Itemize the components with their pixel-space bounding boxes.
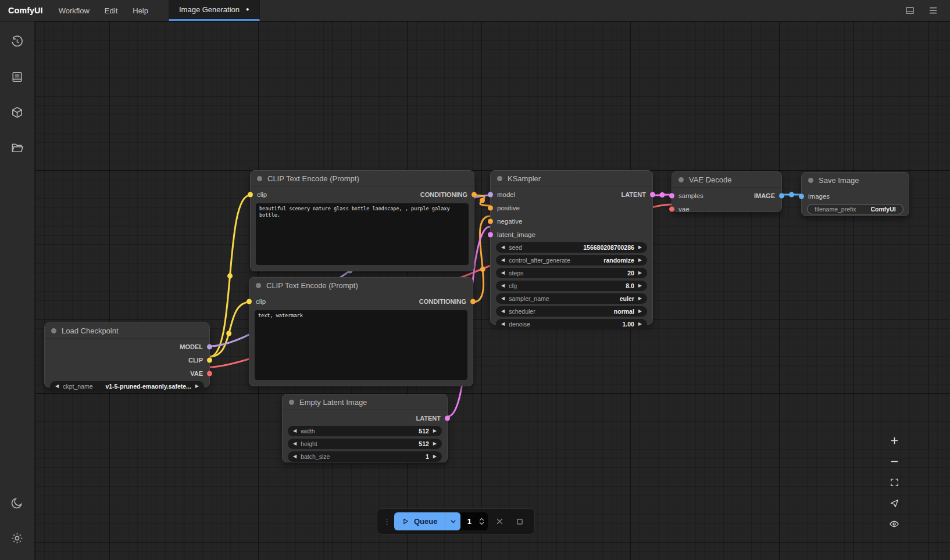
vae-output-port[interactable] xyxy=(207,371,212,376)
latent-output-port[interactable] xyxy=(650,192,655,198)
widget-denoise[interactable]: ◀ denoise 1.00 ▶ xyxy=(496,319,647,329)
image-output-port[interactable] xyxy=(779,193,784,199)
images-input-port[interactable] xyxy=(799,194,804,199)
node-title-bar[interactable]: Empty Latent Image xyxy=(283,394,447,410)
collapse-dot-icon[interactable] xyxy=(678,177,684,182)
node-empty-latent-image[interactable]: Empty Latent Image LATENT ◀ width 512 ▶ … xyxy=(282,394,448,462)
next-value-arrow-icon[interactable]: ▶ xyxy=(433,454,437,459)
latent-image-input-port[interactable] xyxy=(488,232,493,238)
collapse-dot-icon[interactable] xyxy=(51,328,56,333)
positive-input-port[interactable] xyxy=(488,206,493,211)
link-midpoint-dot[interactable] xyxy=(480,267,485,272)
next-value-arrow-icon[interactable]: ▶ xyxy=(638,271,642,275)
node-ksampler[interactable]: KSampler model LATENT positive negative … xyxy=(490,170,653,325)
widget-cfg[interactable]: ◀ cfg 8.0 ▶ xyxy=(496,281,647,291)
theme-toggle-moon-icon[interactable] xyxy=(6,491,29,514)
conditioning-output-port[interactable] xyxy=(470,299,476,304)
collapse-dot-icon[interactable] xyxy=(289,400,294,405)
prev-value-arrow-icon[interactable]: ◀ xyxy=(501,296,505,301)
widget-control-after-generate[interactable]: ◀ control_after_generate randomize ▶ xyxy=(496,255,647,265)
tab-image-generation[interactable]: Image Generation ● xyxy=(169,0,260,21)
negative-input-port[interactable] xyxy=(488,219,493,224)
node-title-bar[interactable]: VAE Decode xyxy=(672,172,781,188)
next-value-arrow-icon[interactable]: ▶ xyxy=(638,258,642,263)
model-output-port[interactable] xyxy=(207,344,212,350)
vae-input-port[interactable] xyxy=(669,207,674,212)
stepper-down-icon[interactable] xyxy=(479,522,484,525)
clip-output-port[interactable] xyxy=(207,358,212,363)
drag-handle-icon[interactable]: ⋮ xyxy=(383,517,390,526)
next-value-arrow-icon[interactable]: ▶ xyxy=(433,429,437,433)
collapse-dot-icon[interactable] xyxy=(256,283,261,288)
widget-seed[interactable]: ◀ seed 156680208700286 ▶ xyxy=(496,242,647,253)
node-load-checkpoint[interactable]: Load Checkpoint MODEL CLIP VAE ◀ ckpt_na… xyxy=(44,322,210,387)
prev-value-arrow-icon[interactable]: ◀ xyxy=(293,454,297,459)
widget-scheduler[interactable]: ◀ scheduler normal ▶ xyxy=(496,306,647,317)
prompt-textarea[interactable]: beautiful scenery nature glass bottle la… xyxy=(256,203,469,265)
prev-value-arrow-icon[interactable]: ◀ xyxy=(501,271,505,275)
collapse-dot-icon[interactable] xyxy=(497,176,502,181)
stepper-up-icon[interactable] xyxy=(479,518,484,521)
prev-value-arrow-icon[interactable]: ◀ xyxy=(501,309,505,314)
batch-count-stepper[interactable]: 1 xyxy=(460,512,488,530)
node-title-bar[interactable]: Load Checkpoint xyxy=(45,323,209,339)
link-midpoint-dot[interactable] xyxy=(789,192,794,198)
node-title-bar[interactable]: KSampler xyxy=(491,171,652,186)
model-input-port[interactable] xyxy=(488,192,493,198)
settings-gear-icon[interactable] xyxy=(6,526,29,550)
link-midpoint-dot[interactable] xyxy=(226,331,231,336)
zoom-out-icon[interactable] xyxy=(887,454,901,468)
prev-value-arrow-icon[interactable]: ◀ xyxy=(501,322,505,326)
model-library-icon[interactable] xyxy=(6,100,29,124)
prompt-textarea[interactable]: text, watermark xyxy=(255,310,467,380)
collapse-dot-icon[interactable] xyxy=(257,176,262,181)
next-value-arrow-icon[interactable]: ▶ xyxy=(638,309,642,314)
bottom-panel-icon[interactable] xyxy=(901,2,919,19)
interrupt-stop-icon[interactable] xyxy=(512,513,528,530)
prev-value-arrow-icon[interactable]: ◀ xyxy=(293,429,297,433)
link-midpoint-dot[interactable] xyxy=(227,274,233,279)
next-value-arrow-icon[interactable]: ▶ xyxy=(638,296,642,301)
prev-value-arrow-icon[interactable]: ◀ xyxy=(55,384,59,389)
node-title-bar[interactable]: CLIP Text Encode (Prompt) xyxy=(249,278,473,293)
hamburger-menu-icon[interactable] xyxy=(924,2,942,19)
prev-value-arrow-icon[interactable]: ◀ xyxy=(501,283,505,288)
clear-queue-icon[interactable] xyxy=(491,513,508,530)
queue-options-dropdown[interactable] xyxy=(445,512,460,530)
node-graph-canvas[interactable]: Load Checkpoint MODEL CLIP VAE ◀ ckpt_na… xyxy=(35,21,950,560)
prev-value-arrow-icon[interactable]: ◀ xyxy=(293,441,297,446)
link-midpoint-dot[interactable] xyxy=(660,192,665,198)
node-clip-text-encode-positive[interactable]: CLIP Text Encode (Prompt) clip CONDITION… xyxy=(250,170,474,271)
workflow-history-icon[interactable] xyxy=(6,30,29,53)
zoom-in-icon[interactable] xyxy=(887,433,901,447)
select-mode-arrow-icon[interactable] xyxy=(887,496,901,510)
node-title-bar[interactable]: CLIP Text Encode (Prompt) xyxy=(251,171,474,186)
widget-sampler-name[interactable]: ◀ sampler_name euler ▶ xyxy=(496,293,647,304)
prev-value-arrow-icon[interactable]: ◀ xyxy=(501,258,505,263)
node-library-icon[interactable] xyxy=(6,65,29,88)
node-clip-text-encode-negative[interactable]: CLIP Text Encode (Prompt) clip CONDITION… xyxy=(249,277,473,386)
widget-steps[interactable]: ◀ steps 20 ▶ xyxy=(496,268,647,278)
next-value-arrow-icon[interactable]: ▶ xyxy=(433,441,437,446)
link-midpoint-dot[interactable] xyxy=(480,198,485,203)
next-value-arrow-icon[interactable]: ▶ xyxy=(638,322,642,326)
node-title-bar[interactable]: Save Image xyxy=(802,173,909,188)
next-value-arrow-icon[interactable]: ▶ xyxy=(195,384,199,389)
workflows-folder-icon[interactable] xyxy=(6,136,29,159)
menu-help[interactable]: Help xyxy=(125,0,156,21)
fit-view-icon[interactable] xyxy=(887,475,901,489)
widget-height[interactable]: ◀ height 512 ▶ xyxy=(288,439,442,449)
samples-input-port[interactable] xyxy=(669,193,674,199)
next-value-arrow-icon[interactable]: ▶ xyxy=(638,283,642,288)
menu-edit[interactable]: Edit xyxy=(97,0,125,21)
collapse-dot-icon[interactable] xyxy=(808,178,813,183)
widget-filename-prefix[interactable]: filename_prefix ComfyUI xyxy=(807,204,903,214)
clip-input-port[interactable] xyxy=(247,299,252,304)
conditioning-output-port[interactable] xyxy=(472,192,477,198)
widget-batch-size[interactable]: ◀ batch_size 1 ▶ xyxy=(288,451,442,462)
menu-workflow[interactable]: Workflow xyxy=(51,0,97,21)
node-vae-decode[interactable]: VAE Decode samples IMAGE vae xyxy=(672,171,782,212)
latent-output-port[interactable] xyxy=(445,416,450,421)
toggle-visibility-eye-icon[interactable] xyxy=(887,517,901,531)
widget-width[interactable]: ◀ width 512 ▶ xyxy=(288,426,442,436)
